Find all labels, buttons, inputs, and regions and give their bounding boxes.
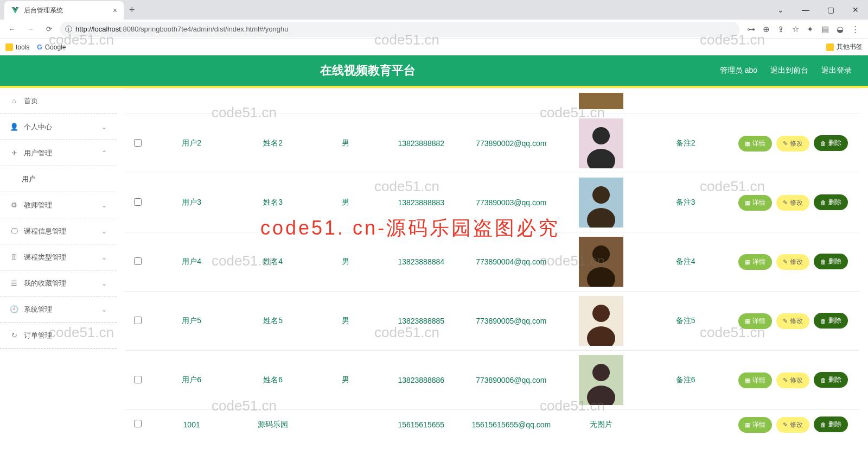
- zoom-icon[interactable]: ⊕: [763, 24, 770, 34]
- detail-icon: ▦: [745, 258, 750, 266]
- row-checkbox[interactable]: [134, 420, 142, 427]
- cell-email: 15615615655@qq.com: [465, 410, 558, 439]
- sidebar-item-personal[interactable]: 👤个人中心⌄: [0, 114, 117, 140]
- edit-button[interactable]: ✎修改: [776, 136, 809, 152]
- cell-name: 姓名5: [232, 292, 314, 351]
- edit-button[interactable]: ✎修改: [776, 373, 809, 388]
- delete-button[interactable]: 🗑删除: [814, 194, 848, 210]
- cell-user: 用户5: [151, 292, 232, 351]
- row-checkbox[interactable]: [134, 376, 142, 383]
- detail-button[interactable]: ▦详情: [738, 254, 772, 270]
- url-input[interactable]: ⓘ http://localhost:8080/springbooth7te4/…: [60, 22, 739, 37]
- minimize-icon[interactable]: —: [793, 1, 818, 19]
- cell-gender: [314, 410, 378, 439]
- tab-title: 后台管理系统: [24, 6, 108, 15]
- edit-button[interactable]: ✎修改: [776, 313, 809, 329]
- svg-point-5: [592, 186, 610, 204]
- star-icon[interactable]: ☆: [792, 24, 799, 34]
- maximize-icon[interactable]: ▢: [818, 1, 843, 19]
- delete-button[interactable]: 🗑删除: [814, 254, 848, 269]
- chevron-up-icon: ⌃: [101, 149, 107, 157]
- forward-button[interactable]: →: [23, 22, 38, 37]
- avatar-icon: [579, 118, 623, 168]
- delete-button[interactable]: 🗑删除: [814, 416, 848, 432]
- admin-label[interactable]: 管理员 abo: [720, 66, 757, 75]
- bookmark-other[interactable]: 其他书签: [826, 42, 863, 52]
- sidebar-item-user[interactable]: 用户: [0, 166, 117, 192]
- sidebar-item-teacher[interactable]: ⚙教师管理⌄: [0, 192, 117, 218]
- delete-icon: 🗑: [820, 377, 826, 383]
- cell-actions: ▦详情 ✎修改 🗑删除: [726, 351, 860, 410]
- detail-button[interactable]: ▦详情: [738, 136, 772, 152]
- cell-phone: 13823888883: [378, 173, 465, 232]
- row-checkbox[interactable]: [134, 257, 142, 265]
- sidebar-item-user-mgmt[interactable]: ✈用户管理⌃: [0, 140, 117, 166]
- reading-list-icon[interactable]: ▤: [821, 24, 829, 34]
- detail-button[interactable]: ▦详情: [738, 373, 772, 388]
- edit-button[interactable]: ✎修改: [776, 254, 809, 270]
- share-icon[interactable]: ⇪: [777, 24, 784, 34]
- sidebar-item-home[interactable]: ⌂首页: [0, 88, 117, 114]
- close-icon[interactable]: ×: [113, 6, 117, 15]
- sidebar-item-system[interactable]: 🕘系统管理⌄: [0, 296, 117, 323]
- cell-phone: 13823888886: [378, 351, 465, 410]
- table-row: [125, 89, 860, 114]
- cell-gender: 男: [314, 292, 378, 351]
- back-button[interactable]: ←: [4, 22, 20, 37]
- edit-button[interactable]: ✎修改: [776, 417, 809, 433]
- reload-button[interactable]: ⟳: [41, 22, 56, 37]
- cell-user: 1001: [151, 410, 232, 439]
- avatar-icon: [579, 296, 623, 346]
- delete-icon: 🗑: [820, 140, 826, 147]
- cell-remark: 备注4: [645, 232, 726, 292]
- edit-button[interactable]: ✎修改: [776, 195, 809, 211]
- delete-button[interactable]: 🗑删除: [814, 313, 848, 329]
- table-row: 用户2 姓名2 男 13823888882 773890002@qq.com 备…: [125, 114, 860, 173]
- edit-icon: ✎: [783, 377, 788, 384]
- monitor-icon: 🖵: [10, 227, 18, 235]
- row-checkbox[interactable]: [134, 139, 142, 147]
- row-checkbox[interactable]: [134, 198, 142, 206]
- cell-phone: 13823888882: [378, 114, 465, 173]
- sidebar-item-course-info[interactable]: 🖵课程信息管理⌄: [0, 218, 117, 244]
- new-tab-button[interactable]: +: [124, 4, 141, 16]
- clock-icon: 🕘: [10, 305, 18, 313]
- svg-point-2: [592, 127, 610, 144]
- no-image-text: 无图片: [590, 420, 612, 428]
- cell-email: 773890002@qq.com: [465, 114, 558, 173]
- detail-icon: ▦: [745, 199, 750, 206]
- bookmark-tools[interactable]: tools: [5, 43, 29, 51]
- address-bar: ← → ⟳ ⓘ http://localhost:8080/springboot…: [0, 20, 868, 39]
- close-window-icon[interactable]: ✕: [843, 1, 868, 19]
- extensions-icon[interactable]: ✦: [807, 24, 814, 34]
- delete-button[interactable]: 🗑删除: [814, 372, 848, 388]
- detail-button[interactable]: ▦详情: [738, 417, 772, 433]
- dropdown-icon[interactable]: ⌄: [768, 1, 793, 19]
- key-icon[interactable]: ⊶: [747, 24, 755, 34]
- cell-user: 用户3: [151, 173, 232, 232]
- svg-point-14: [592, 364, 610, 381]
- menu-icon[interactable]: ⋮: [851, 24, 859, 34]
- user-table: 用户2 姓名2 男 13823888882 773890002@qq.com 备…: [125, 88, 860, 439]
- url-scheme: http://: [75, 25, 93, 33]
- gear-icon: ⚙: [10, 201, 18, 209]
- cell-name: 姓名4: [232, 232, 314, 292]
- cell-remark: 备注5: [645, 292, 726, 351]
- detail-button[interactable]: ▦详情: [738, 313, 772, 329]
- detail-button[interactable]: ▦详情: [738, 195, 772, 211]
- logout-link[interactable]: 退出登录: [821, 66, 852, 75]
- delete-button[interactable]: 🗑删除: [814, 135, 848, 151]
- url-host: localhost: [93, 25, 121, 33]
- row-checkbox[interactable]: [134, 317, 142, 324]
- browser-tab[interactable]: 后台管理系统 ×: [4, 1, 124, 20]
- bookmark-google[interactable]: GGoogle: [37, 43, 66, 51]
- cell-phone: 15615615655: [378, 410, 465, 439]
- list-icon: ☰: [10, 279, 18, 287]
- sidebar-item-favorites[interactable]: ☰我的收藏管理⌄: [0, 270, 117, 296]
- avatar-icon: [579, 237, 623, 287]
- cell-email: 773890006@qq.com: [465, 351, 558, 410]
- sidebar-item-order[interactable]: ↻订单管理: [0, 323, 117, 349]
- sidebar-item-course-type[interactable]: 🗓课程类型管理⌄: [0, 244, 117, 270]
- profile-icon[interactable]: ◒: [837, 24, 844, 34]
- to-front-link[interactable]: 退出到前台: [770, 66, 808, 75]
